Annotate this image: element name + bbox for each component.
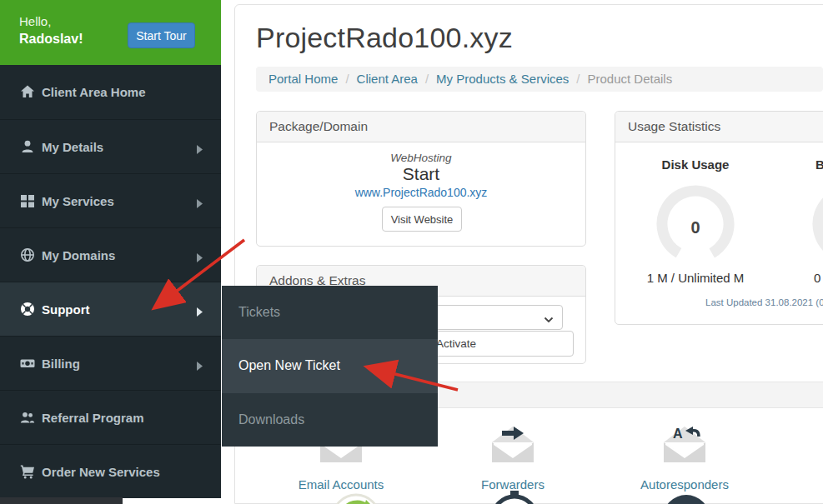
sidebar-item-support[interactable]: Support [0, 282, 221, 336]
banknote-icon [20, 356, 35, 371]
breadcrumb-link-client-area[interactable]: Client Area [357, 72, 418, 86]
bandwidth-label: B [815, 157, 823, 172]
greeting: Hello, Radoslav! [19, 12, 83, 48]
sidebar-item-order-new-services[interactable]: Order New Services [0, 444, 221, 498]
grid-icon [20, 193, 35, 208]
breadcrumb-separator: / [425, 72, 429, 86]
client-area-page: ProjectRado100.xyz Portal Home/Client Ar… [0, 0, 823, 504]
sidebar-item-my-services[interactable]: My Services [0, 173, 221, 227]
flyout-item-downloads[interactable]: Downloads [222, 393, 438, 447]
auto-reply-icon: A [662, 422, 707, 466]
usage-card-title: Usage Statistics [615, 112, 823, 142]
page-title: ProjectRado100.xyz [256, 22, 513, 54]
forward-arrow-icon [490, 422, 535, 466]
start-tour-button[interactable]: Start Tour [128, 22, 195, 48]
bandwidth-detail: 0 [814, 271, 820, 285]
sidebar-item-my-domains[interactable]: My Domains [0, 227, 221, 282]
sidebar-item-referral-program[interactable]: Referral Program [0, 390, 221, 444]
users-icon [20, 410, 35, 425]
filled-circle-icon[interactable] [660, 490, 713, 504]
status-tooltip-strip [0, 497, 123, 504]
support-flyout-menu: Tickets Open New Ticket Downloads [222, 286, 438, 447]
disk-usage-label: Disk Usage [645, 157, 745, 172]
breadcrumb-current: Product Details [587, 72, 672, 86]
product-name: Start [257, 164, 585, 184]
package-card-title: Package/Domain [257, 112, 585, 142]
chevron-right-icon [197, 251, 203, 266]
shortcut-autoresponders[interactable]: A Autoresponders [618, 422, 751, 492]
clock-circle-icon[interactable] [488, 490, 541, 504]
sidebar-greeting-panel: Hello, Radoslav! Start Tour [0, 0, 221, 65]
sidebar-item-label: Billing [42, 337, 80, 391]
last-updated-text: Last Updated 31.08.2021 (01 [705, 297, 823, 307]
visit-website-button[interactable]: Visit Website [382, 207, 462, 232]
sidebar-item-label: Referral Program [42, 391, 144, 445]
chevron-right-icon [197, 197, 203, 212]
sidebar-item-client-area-home[interactable]: Client Area Home [0, 65, 221, 119]
sidebar-item-label: My Domains [42, 228, 115, 282]
sidebar-item-label: Support [42, 282, 90, 337]
cart-icon [20, 464, 35, 479]
breadcrumb-link-portal-home[interactable]: Portal Home [268, 72, 338, 86]
flyout-item-open-new-ticket[interactable]: Open New Ticket [222, 339, 438, 393]
breadcrumb-link-my-products[interactable]: My Products & Services [436, 72, 569, 86]
sidebar-item-label: Order New Services [42, 445, 160, 499]
chevron-right-icon [197, 359, 203, 374]
sidebar-item-label: My Details [42, 120, 103, 174]
product-group: WebHosting [257, 152, 585, 164]
sidebar-item-label: Client Area Home [42, 65, 145, 119]
usage-statistics-card: Usage Statistics Disk Usage 0 1 M / Unli… [615, 111, 823, 325]
greeting-line1: Hello, [19, 12, 83, 30]
breadcrumb: Portal Home/Client Area/My Products & Se… [256, 67, 823, 92]
sidebar-item-billing[interactable]: Billing [0, 336, 221, 390]
chevron-right-icon [197, 142, 203, 157]
svg-text:A: A [673, 427, 683, 441]
flyout-item-tickets[interactable]: Tickets [222, 286, 438, 339]
chevron-down-icon [544, 313, 554, 328]
breadcrumb-separator: / [576, 72, 580, 86]
package-domain-card: Package/Domain WebHosting Start www.Proj… [256, 111, 586, 247]
user-icon [20, 139, 35, 154]
chevron-right-icon [197, 305, 203, 320]
sidebar-item-my-details[interactable]: My Details [0, 119, 221, 173]
sidebar: Hello, Radoslav! Start Tour Client Area … [0, 0, 221, 498]
disk-usage-value: 0 [679, 218, 712, 237]
refresh-circle-icon[interactable] [329, 490, 383, 504]
greeting-line2: Radoslav! [19, 30, 83, 48]
domain-link[interactable]: www.ProjectRado100.xyz [257, 186, 585, 199]
bandwidth-gauge [811, 184, 823, 264]
home-icon [20, 84, 35, 99]
life-ring-icon [20, 302, 35, 317]
disk-usage-detail: 1 M / Unlimited M [629, 271, 762, 285]
sidebar-item-label: My Services [42, 174, 114, 228]
breadcrumb-separator: / [345, 72, 349, 86]
shortcut-forwarders[interactable]: Forwarders [446, 422, 580, 492]
globe-icon [20, 247, 35, 262]
